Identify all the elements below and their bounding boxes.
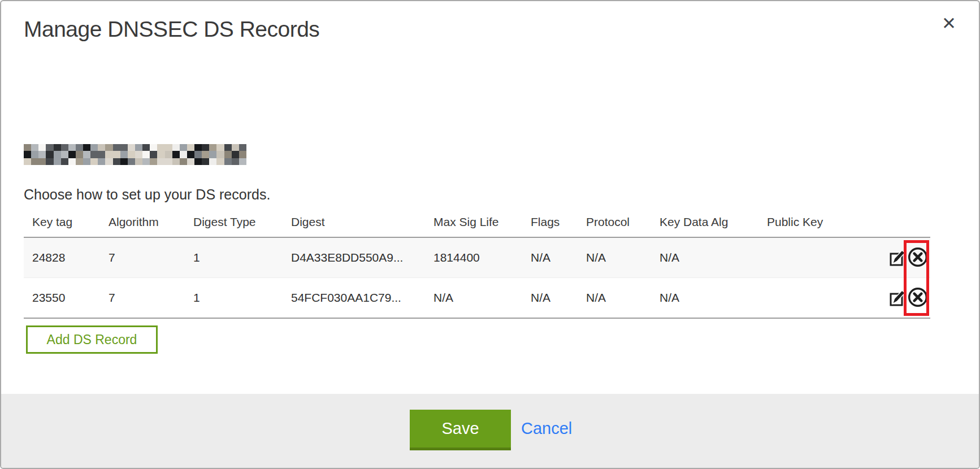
col-header-max-sig-life: Max Sig Life <box>425 208 522 237</box>
cell-max-sig-life: N/A <box>425 278 522 319</box>
cell-algorithm: 7 <box>100 237 185 278</box>
cell-digest: D4A33E8DD550A9... <box>283 237 425 278</box>
delete-circle-x-icon <box>907 246 929 270</box>
cell-actions <box>840 237 930 278</box>
cell-flags: N/A <box>522 278 578 319</box>
cell-public-key <box>758 237 840 278</box>
instruction-text: Choose how to set up your DS records. <box>24 186 270 203</box>
cell-key-tag: 23550 <box>24 278 100 319</box>
edit-icon <box>888 247 907 268</box>
domain-name-redacted <box>24 144 246 165</box>
col-header-key-data-alg: Key Data Alg <box>651 208 758 237</box>
cell-actions <box>840 278 930 319</box>
col-header-digest-type: Digest Type <box>185 208 283 237</box>
col-header-algorithm: Algorithm <box>100 208 185 237</box>
cell-algorithm: 7 <box>100 278 185 319</box>
delete-circle-x-icon <box>907 286 929 310</box>
edit-record-button[interactable] <box>888 247 907 268</box>
ds-records-table: Key tag Algorithm Digest Type Digest Max… <box>24 208 930 319</box>
table-row: 23550 7 1 54FCF030AA1C79... N/A N/A N/A … <box>24 278 930 319</box>
cell-protocol: N/A <box>578 278 651 319</box>
cell-digest: 54FCF030AA1C79... <box>283 278 425 319</box>
close-icon[interactable]: ✕ <box>942 15 956 32</box>
col-header-flags: Flags <box>522 208 578 237</box>
cell-digest-type: 1 <box>185 237 283 278</box>
edit-icon <box>888 288 907 309</box>
save-button[interactable]: Save <box>410 410 511 450</box>
table-row: 24828 7 1 D4A33E8DD550A9... 1814400 N/A … <box>24 237 930 278</box>
add-ds-record-button[interactable]: Add DS Record <box>26 325 158 354</box>
edit-record-button[interactable] <box>888 288 907 309</box>
delete-record-button[interactable] <box>907 286 929 310</box>
cell-digest-type: 1 <box>185 278 283 319</box>
cell-protocol: N/A <box>578 237 651 278</box>
col-header-public-key: Public Key <box>758 208 840 237</box>
cell-public-key <box>758 278 840 319</box>
table-header-row: Key tag Algorithm Digest Type Digest Max… <box>24 208 930 237</box>
screen: Manage DNSSEC DS Records ✕ Choose how to… <box>0 0 980 469</box>
cell-key-data-alg: N/A <box>651 278 758 319</box>
cell-key-tag: 24828 <box>24 237 100 278</box>
cell-max-sig-life: 1814400 <box>425 237 522 278</box>
delete-record-button[interactable] <box>907 246 929 270</box>
col-header-key-tag: Key tag <box>24 208 100 237</box>
cell-flags: N/A <box>522 237 578 278</box>
col-header-actions <box>840 208 930 237</box>
modal-footer: Save Cancel <box>1 394 979 468</box>
cancel-link[interactable]: Cancel <box>521 419 572 438</box>
col-header-protocol: Protocol <box>578 208 651 237</box>
col-header-digest: Digest <box>283 208 425 237</box>
cell-key-data-alg: N/A <box>651 237 758 278</box>
page-title: Manage DNSSEC DS Records <box>24 17 319 42</box>
manage-dnssec-modal: Manage DNSSEC DS Records ✕ Choose how to… <box>0 0 980 469</box>
